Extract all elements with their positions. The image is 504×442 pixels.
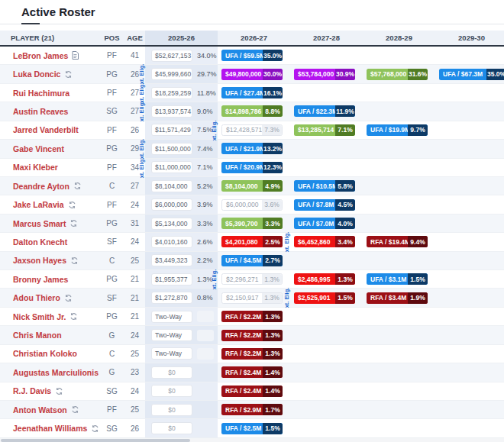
- contract-chip[interactable]: $14,898,7868.8%: [221, 105, 283, 117]
- contract-chip[interactable]: $8,104,0004.9%: [221, 180, 283, 192]
- player-name[interactable]: Bronny James: [13, 275, 68, 284]
- player-age: 24: [124, 237, 145, 246]
- contract-chip[interactable]: RFA / $3.4M1.9%: [367, 292, 428, 304]
- contract-chip[interactable]: $49,800,00030.0%: [221, 69, 283, 80]
- contract-chip[interactable]: $6,452,8603.4%: [294, 236, 355, 247]
- year-cell-2027-28: UFA / $7.0M4.0%: [290, 215, 363, 232]
- player-name[interactable]: LeBron James: [13, 51, 68, 60]
- player-name[interactable]: Nick Smith Jr.: [13, 312, 66, 321]
- active-roster-page: Active Roster PLAYER (21) POS AGE 2025-2…: [0, 0, 504, 442]
- contract-chip[interactable]: $2,296,2711.3%: [221, 273, 283, 285]
- trade-restriction-icon[interactable]: [68, 201, 76, 209]
- chip-cap-pct: 1.7%: [263, 404, 283, 415]
- player-name[interactable]: Maxi Kleber: [13, 163, 58, 172]
- contract-chip[interactable]: $53,784,00030.9%: [294, 69, 355, 80]
- year-cell-2026-27: RFA / $2.2M1.3%: [218, 345, 290, 363]
- player-age: 25: [124, 405, 145, 414]
- column-header-2029-30[interactable]: 2029-30: [435, 31, 504, 45]
- chip-value: $6,000,000: [222, 201, 262, 208]
- chip-value: UFA / $4.5M: [221, 256, 263, 264]
- player-name[interactable]: Austin Reaves: [13, 107, 68, 116]
- contract-chip[interactable]: UFA / $10.5M5.8%: [294, 180, 355, 192]
- trade-restriction-icon[interactable]: [91, 424, 99, 433]
- contract-chip[interactable]: RFA / $2.2M1.3%: [221, 311, 283, 322]
- player-name[interactable]: Jaxson Hayes: [13, 256, 66, 265]
- player-name[interactable]: Marcus Smart: [13, 219, 66, 228]
- cap-hit-cell-2025-26: $45,999,660 29.7%: [145, 65, 218, 82]
- chip-value: RFA / $2.4M: [221, 369, 263, 376]
- horizontal-scrollbar[interactable]: [0, 438, 504, 442]
- contract-chip[interactable]: $2,525,9011.5%: [294, 292, 355, 304]
- contract-chip[interactable]: RFA / $2.2M1.3%: [221, 348, 283, 360]
- contract-chip[interactable]: UFA / $27.4M16.1%: [221, 87, 283, 98]
- contract-chip[interactable]: RFA / $2.4M1.4%: [221, 386, 283, 397]
- contract-chip[interactable]: UFA / $59.5M35.0%: [221, 50, 283, 61]
- trade-restriction-icon[interactable]: [64, 70, 73, 79]
- player-name[interactable]: Jarred Vanderbilt: [13, 125, 79, 134]
- contract-chip[interactable]: $12,428,5717.3%: [221, 124, 283, 136]
- player-name[interactable]: Anton Watson: [13, 405, 67, 415]
- contract-chip[interactable]: $2,150,9171.3%: [221, 292, 283, 304]
- player-cell: Nick Smith Jr.: [0, 312, 99, 321]
- column-header-player[interactable]: PLAYER (21): [0, 31, 99, 45]
- trade-restriction-icon[interactable]: [73, 182, 82, 190]
- column-header-pos[interactable]: POS: [99, 31, 124, 45]
- year-cell-2026-27: UFA / $4.5M2.7%: [218, 252, 290, 269]
- player-name[interactable]: Christian Koloko: [13, 349, 77, 358]
- contract-chip[interactable]: RFA / $2.9M1.7%: [221, 404, 283, 415]
- contract-chip[interactable]: $13,285,7147.1%: [294, 124, 355, 136]
- contract-note-icon[interactable]: [72, 51, 79, 60]
- contract-chip[interactable]: UFA / $19.9M9.7%: [367, 124, 428, 136]
- contract-chip[interactable]: $57,768,00031.6%: [367, 69, 428, 80]
- player-name[interactable]: Dalton Knecht: [13, 237, 67, 247]
- player-name[interactable]: Augustas Marciulionis: [13, 368, 99, 377]
- chip-cap-pct: 4.9%: [263, 180, 283, 192]
- contract-chip[interactable]: UFA / $3.1M1.5%: [367, 273, 428, 285]
- contract-chip[interactable]: UFA / $4.5M2.7%: [221, 255, 283, 266]
- contract-chip[interactable]: UFA / $7.8M4.5%: [294, 199, 355, 211]
- player-position: PG: [99, 312, 124, 321]
- player-name[interactable]: Deandre Ayton: [13, 182, 69, 191]
- year-cell-2027-28: [290, 159, 363, 176]
- player-name[interactable]: Luka Doncic: [13, 69, 60, 79]
- chip-value: UFA / $67.3M: [439, 70, 486, 78]
- player-name[interactable]: Adou Thiero: [13, 293, 60, 302]
- contract-chip[interactable]: UFA / $7.0M4.0%: [294, 218, 355, 229]
- contract-chip[interactable]: UFA / $21.9M13.2%: [221, 143, 283, 154]
- player-name[interactable]: Rui Hachimura: [13, 89, 69, 98]
- chip-value: $2,150,917: [222, 294, 262, 302]
- column-header-2026-27[interactable]: 2026-27: [218, 31, 290, 45]
- column-header-2027-28[interactable]: 2027-28: [290, 31, 363, 45]
- horizontal-scrollbar-thumb[interactable]: [1, 439, 190, 442]
- player-name[interactable]: Jeenathan Williams: [13, 424, 87, 433]
- contract-chip[interactable]: UFA / $20.9M12.3%: [221, 162, 283, 173]
- column-header-age[interactable]: AGE: [124, 31, 145, 45]
- chip-cap-pct: 1.4%: [263, 386, 283, 397]
- trade-restriction-icon[interactable]: [69, 219, 78, 227]
- trade-restriction-icon[interactable]: [55, 387, 63, 395]
- chip-value: UFA / $22.3M: [294, 108, 335, 115]
- contract-chip[interactable]: UFA / $67.3M35.0%: [439, 69, 504, 80]
- contract-chip[interactable]: $2,486,9951.3%: [294, 273, 355, 285]
- contract-chip[interactable]: UFA / $2.5M1.5%: [221, 423, 283, 434]
- contract-chip[interactable]: $4,201,0802.5%: [221, 236, 283, 247]
- trade-restriction-icon[interactable]: [69, 312, 78, 321]
- column-header-2025-26[interactable]: 2025-26: [145, 31, 218, 45]
- contract-chip[interactable]: RFA / $2.4M1.4%: [221, 366, 283, 378]
- contract-chip[interactable]: UFA / $22.3M11.9%: [294, 105, 355, 117]
- player-name[interactable]: Chris Manon: [13, 331, 62, 340]
- contract-chip[interactable]: $6,000,0003.6%: [221, 199, 283, 211]
- trade-restriction-icon[interactable]: [71, 405, 79, 414]
- player-name[interactable]: Jake LaRavia: [13, 200, 64, 209]
- contract-chip[interactable]: RFA / $19.4M9.4%: [367, 236, 428, 247]
- player-name[interactable]: Gabe Vincent: [13, 144, 64, 153]
- contract-chip[interactable]: $5,390,7003.3%: [221, 218, 283, 229]
- cap-pct: 7.5%: [197, 126, 213, 134]
- cap-hit-cell-2025-26: Two-Way: [145, 308, 218, 325]
- column-header-2028-29[interactable]: 2028-29: [363, 31, 435, 45]
- contract-chip[interactable]: RFA / $2.2M1.3%: [221, 330, 283, 341]
- player-name[interactable]: R.J. Davis: [13, 386, 51, 395]
- trade-restriction-icon[interactable]: [64, 294, 73, 302]
- trade-restriction-icon[interactable]: [70, 256, 79, 265]
- chip-value: UFA / $59.5M: [221, 52, 263, 60]
